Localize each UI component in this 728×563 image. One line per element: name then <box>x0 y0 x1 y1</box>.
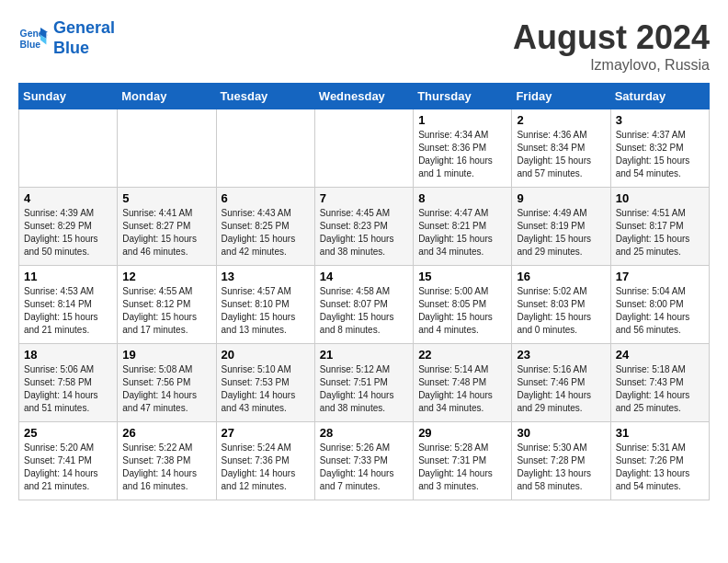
week-row-1: 4Sunrise: 4:39 AMSunset: 8:29 PMDaylight… <box>19 188 710 266</box>
day-number: 19 <box>122 348 210 362</box>
day-number: 14 <box>320 270 408 283</box>
day-number: 17 <box>616 270 704 283</box>
week-row-4: 25Sunrise: 5:20 AMSunset: 7:41 PMDayligh… <box>19 422 710 500</box>
day-info: Sunrise: 5:28 AMSunset: 7:31 PMDaylight:… <box>418 442 506 493</box>
day-number: 21 <box>320 348 408 362</box>
day-number: 5 <box>122 191 210 205</box>
day-info: Sunrise: 4:41 AMSunset: 8:27 PMDaylight:… <box>122 207 210 259</box>
calendar-table: SundayMondayTuesdayWednesdayThursdayFrid… <box>18 83 710 500</box>
day-info: Sunrise: 4:57 AMSunset: 8:10 PMDaylight:… <box>222 285 310 337</box>
day-number: 30 <box>517 426 605 440</box>
day-info: Sunrise: 5:22 AMSunset: 7:38 PMDaylight:… <box>122 442 210 493</box>
day-number: 31 <box>616 426 704 440</box>
day-number: 15 <box>418 270 506 283</box>
day-cell: 7Sunrise: 4:45 AMSunset: 8:23 PMDaylight… <box>314 188 413 266</box>
day-cell: 25Sunrise: 5:20 AMSunset: 7:41 PMDayligh… <box>19 422 118 500</box>
day-number: 12 <box>122 270 210 283</box>
day-cell <box>216 109 314 188</box>
logo-icon: General Blue <box>18 24 48 53</box>
day-info: Sunrise: 5:26 AMSunset: 7:33 PMDaylight:… <box>320 442 408 493</box>
day-cell: 19Sunrise: 5:08 AMSunset: 7:56 PMDayligh… <box>118 344 216 422</box>
day-number: 13 <box>222 270 310 283</box>
day-number: 16 <box>517 270 605 283</box>
day-cell: 22Sunrise: 5:14 AMSunset: 7:48 PMDayligh… <box>414 344 512 422</box>
day-number: 1 <box>418 113 506 127</box>
day-info: Sunrise: 5:10 AMSunset: 7:53 PMDaylight:… <box>222 363 310 415</box>
day-info: Sunrise: 5:00 AMSunset: 8:05 PMDaylight:… <box>418 285 506 337</box>
calendar-header: SundayMondayTuesdayWednesdayThursdayFrid… <box>19 84 710 109</box>
day-cell: 17Sunrise: 5:04 AMSunset: 8:00 PMDayligh… <box>610 266 709 344</box>
day-number: 23 <box>517 348 605 362</box>
logo-line1: General <box>53 18 115 37</box>
day-info: Sunrise: 4:45 AMSunset: 8:23 PMDaylight:… <box>320 207 408 259</box>
day-info: Sunrise: 5:12 AMSunset: 7:51 PMDaylight:… <box>320 363 408 415</box>
day-info: Sunrise: 5:02 AMSunset: 8:03 PMDaylight:… <box>517 285 605 337</box>
day-cell: 16Sunrise: 5:02 AMSunset: 8:03 PMDayligh… <box>512 266 610 344</box>
day-cell: 12Sunrise: 4:55 AMSunset: 8:12 PMDayligh… <box>118 266 216 344</box>
day-info: Sunrise: 4:49 AMSunset: 8:19 PMDaylight:… <box>517 207 605 259</box>
day-info: Sunrise: 5:31 AMSunset: 7:26 PMDaylight:… <box>616 442 704 493</box>
day-cell <box>19 109 118 188</box>
day-info: Sunrise: 4:58 AMSunset: 8:07 PMDaylight:… <box>320 285 408 337</box>
day-number: 6 <box>222 191 310 205</box>
header-monday: Monday <box>118 84 216 109</box>
calendar-body: 1Sunrise: 4:34 AMSunset: 8:36 PMDaylight… <box>19 109 710 500</box>
day-info: Sunrise: 4:43 AMSunset: 8:25 PMDaylight:… <box>222 207 310 259</box>
day-cell: 6Sunrise: 4:43 AMSunset: 8:25 PMDaylight… <box>216 188 314 266</box>
week-row-2: 11Sunrise: 4:53 AMSunset: 8:14 PMDayligh… <box>19 266 710 344</box>
day-cell: 3Sunrise: 4:37 AMSunset: 8:32 PMDaylight… <box>610 109 709 188</box>
day-cell: 23Sunrise: 5:16 AMSunset: 7:46 PMDayligh… <box>512 344 610 422</box>
calendar-title: August 2024 <box>513 18 710 57</box>
day-cell: 2Sunrise: 4:36 AMSunset: 8:34 PMDaylight… <box>512 109 610 188</box>
header-thursday: Thursday <box>414 84 512 109</box>
header-sunday: Sunday <box>19 84 118 109</box>
day-cell: 28Sunrise: 5:26 AMSunset: 7:33 PMDayligh… <box>314 422 413 500</box>
calendar-subtitle: Izmaylovo, Russia <box>513 57 710 74</box>
header-row: SundayMondayTuesdayWednesdayThursdayFrid… <box>19 84 710 109</box>
day-number: 24 <box>616 348 704 362</box>
day-cell: 4Sunrise: 4:39 AMSunset: 8:29 PMDaylight… <box>19 188 118 266</box>
day-number: 22 <box>418 348 506 362</box>
day-cell: 1Sunrise: 4:34 AMSunset: 8:36 PMDaylight… <box>414 109 512 188</box>
day-cell: 9Sunrise: 4:49 AMSunset: 8:19 PMDaylight… <box>512 188 610 266</box>
day-info: Sunrise: 5:16 AMSunset: 7:46 PMDaylight:… <box>517 363 605 415</box>
day-cell: 5Sunrise: 4:41 AMSunset: 8:27 PMDaylight… <box>118 188 216 266</box>
day-cell: 13Sunrise: 4:57 AMSunset: 8:10 PMDayligh… <box>216 266 314 344</box>
day-info: Sunrise: 4:34 AMSunset: 8:36 PMDaylight:… <box>418 129 506 180</box>
day-number: 9 <box>517 191 605 205</box>
day-cell: 31Sunrise: 5:31 AMSunset: 7:26 PMDayligh… <box>610 422 709 500</box>
day-number: 4 <box>24 191 112 205</box>
header-friday: Friday <box>512 84 610 109</box>
day-info: Sunrise: 5:20 AMSunset: 7:41 PMDaylight:… <box>24 442 112 493</box>
logo-line2: Blue <box>53 39 89 57</box>
logo-text: General Blue <box>53 18 115 58</box>
day-info: Sunrise: 4:37 AMSunset: 8:32 PMDaylight:… <box>616 129 704 180</box>
day-info: Sunrise: 4:53 AMSunset: 8:14 PMDaylight:… <box>24 285 112 337</box>
header-saturday: Saturday <box>610 84 709 109</box>
day-info: Sunrise: 5:04 AMSunset: 8:00 PMDaylight:… <box>616 285 704 337</box>
day-number: 3 <box>616 113 704 127</box>
title-block: August 2024 Izmaylovo, Russia <box>513 18 710 74</box>
day-number: 11 <box>24 270 112 283</box>
day-cell: 24Sunrise: 5:18 AMSunset: 7:43 PMDayligh… <box>610 344 709 422</box>
day-info: Sunrise: 5:30 AMSunset: 7:28 PMDaylight:… <box>517 442 605 493</box>
day-cell: 29Sunrise: 5:28 AMSunset: 7:31 PMDayligh… <box>414 422 512 500</box>
day-cell: 8Sunrise: 4:47 AMSunset: 8:21 PMDaylight… <box>414 188 512 266</box>
day-cell: 20Sunrise: 5:10 AMSunset: 7:53 PMDayligh… <box>216 344 314 422</box>
day-info: Sunrise: 5:08 AMSunset: 7:56 PMDaylight:… <box>122 363 210 415</box>
day-number: 20 <box>222 348 310 362</box>
day-info: Sunrise: 4:51 AMSunset: 8:17 PMDaylight:… <box>616 207 704 259</box>
week-row-3: 18Sunrise: 5:06 AMSunset: 7:58 PMDayligh… <box>19 344 710 422</box>
day-cell: 21Sunrise: 5:12 AMSunset: 7:51 PMDayligh… <box>314 344 413 422</box>
page-header: General Blue General Blue August 2024 Iz… <box>18 18 710 74</box>
day-number: 10 <box>616 191 704 205</box>
day-info: Sunrise: 5:06 AMSunset: 7:58 PMDaylight:… <box>24 363 112 415</box>
day-info: Sunrise: 4:39 AMSunset: 8:29 PMDaylight:… <box>24 207 112 259</box>
day-number: 28 <box>320 426 408 440</box>
day-cell: 30Sunrise: 5:30 AMSunset: 7:28 PMDayligh… <box>512 422 610 500</box>
day-cell <box>314 109 413 188</box>
day-cell <box>118 109 216 188</box>
svg-text:Blue: Blue <box>20 39 41 49</box>
week-row-0: 1Sunrise: 4:34 AMSunset: 8:36 PMDaylight… <box>19 109 710 188</box>
day-number: 8 <box>418 191 506 205</box>
